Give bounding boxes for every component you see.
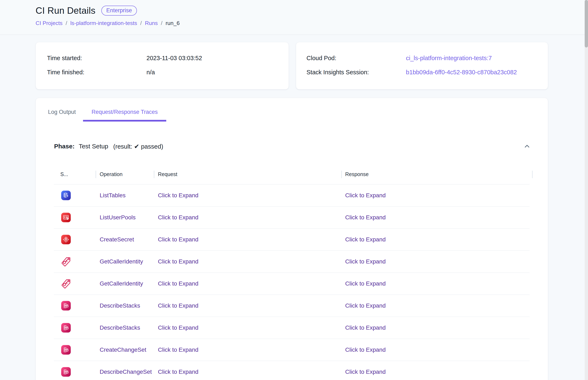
column-header-response: Response (345, 171, 369, 178)
operation-name: DescribeStacks (100, 302, 140, 309)
table-row: CreateSecret Click to Expand Click to Ex… (54, 229, 530, 251)
page-header: CI Run Details Enterprise CI Projects / … (0, 0, 588, 35)
request-expand-link[interactable]: Click to Expand (158, 369, 199, 375)
time-started-value: 2023-11-03 03:03:52 (147, 54, 202, 62)
operation-name: ListUserPools (100, 214, 136, 221)
request-expand-link[interactable]: Click to Expand (158, 258, 199, 265)
response-expand-link[interactable]: Click to Expand (345, 258, 386, 265)
sts-key-tag-icon (60, 256, 72, 267)
operation-name: DescribeStacks (100, 324, 140, 331)
enterprise-badge: Enterprise (101, 6, 137, 16)
tab-request-response-traces[interactable]: Request/Response Traces (83, 106, 166, 118)
response-expand-link[interactable]: Click to Expand (345, 192, 386, 199)
time-started-label: Time started: (47, 54, 82, 62)
request-expand-link[interactable]: Click to Expand (158, 302, 199, 309)
breadcrumb-project[interactable]: ls-platform-integration-tests (70, 20, 137, 26)
column-header-request: Request (158, 171, 177, 178)
page-title: CI Run Details (36, 5, 95, 16)
operation-name: ListTables (100, 192, 126, 199)
response-expand-link[interactable]: Click to Expand (345, 302, 386, 309)
table-row: GetCallerIdentity Click to Expand Click … (54, 273, 530, 295)
request-expand-link[interactable]: Click to Expand (158, 214, 199, 221)
table-row: DescribeChangeSet Click to Expand Click … (54, 361, 530, 380)
response-expand-link[interactable]: Click to Expand (345, 236, 386, 243)
request-expand-link[interactable]: Click to Expand (158, 192, 199, 199)
operation-name: CreateChangeSet (100, 346, 146, 353)
response-expand-link[interactable]: Click to Expand (345, 369, 386, 375)
session-card: Cloud Pod: ci_ls-platform-integration-te… (296, 42, 548, 90)
phase-label: Phase: (54, 143, 74, 150)
table-row: GetCallerIdentity Click to Expand Click … (54, 251, 530, 273)
column-divider[interactable] (341, 171, 342, 178)
breadcrumb-separator: / (161, 20, 162, 26)
cloud-pod-label: Cloud Pod: (307, 54, 336, 62)
cloudformation-icon (61, 323, 71, 333)
traces-table: ListTables Click to Expand Click to Expa… (54, 184, 530, 380)
response-expand-link[interactable]: Click to Expand (345, 346, 386, 353)
cloud-pod-link[interactable]: ci_ls-platform-integration-tests:7 (406, 54, 492, 62)
breadcrumb: CI Projects / ls-platform-integration-te… (36, 20, 180, 26)
operation-name: CreateSecret (100, 236, 134, 243)
run-times-card: Time started: 2023-11-03 03:03:52 Time f… (36, 42, 289, 90)
column-divider[interactable] (532, 171, 533, 178)
request-expand-link[interactable]: Click to Expand (158, 236, 199, 243)
column-header-service: S... (60, 171, 68, 178)
breadcrumb-separator: / (66, 20, 67, 26)
breadcrumb-separator: / (140, 20, 142, 26)
cloudformation-icon (61, 367, 71, 377)
table-row: DescribeStacks Click to Expand Click to … (54, 295, 530, 317)
operation-name: DescribeChangeSet (100, 369, 152, 375)
request-expand-link[interactable]: Click to Expand (158, 280, 199, 287)
table-row: DescribeStacks Click to Expand Click to … (54, 317, 530, 339)
column-divider[interactable] (154, 171, 154, 178)
phase-name: Test Setup (79, 143, 108, 150)
page-scrollbar-track[interactable] (585, 0, 588, 380)
phase-result: (result: ✔ passed) (113, 143, 163, 150)
chevron-up-icon (523, 142, 532, 151)
breadcrumb-runs[interactable]: Runs (145, 20, 158, 26)
phase-header: Phase: Test Setup (result: ✔ passed) (54, 140, 163, 152)
secrets-manager-icon (61, 235, 71, 244)
request-expand-link[interactable]: Click to Expand (158, 324, 199, 331)
column-header-operation: Operation (100, 171, 123, 178)
response-expand-link[interactable]: Click to Expand (345, 324, 386, 331)
response-expand-link[interactable]: Click to Expand (345, 280, 386, 287)
response-expand-link[interactable]: Click to Expand (345, 214, 386, 221)
traces-card: Log Output Request/Response Traces Phase… (36, 98, 548, 380)
cloudformation-icon (61, 345, 71, 355)
operation-name: GetCallerIdentity (100, 258, 143, 265)
page-scrollbar-thumb[interactable] (585, 0, 588, 47)
breadcrumb-current-run: run_6 (166, 20, 180, 26)
time-finished-label: Time finished: (47, 68, 84, 76)
dynamodb-icon (61, 191, 71, 200)
breadcrumb-ci-projects[interactable]: CI Projects (36, 20, 63, 26)
stack-insights-session-label: Stack Insights Session: (307, 68, 369, 76)
time-finished-value: n/a (147, 68, 155, 76)
operation-name: GetCallerIdentity (100, 280, 143, 287)
cloudformation-icon (61, 301, 71, 310)
table-row: ListTables Click to Expand Click to Expa… (54, 185, 530, 207)
active-tab-indicator (83, 120, 166, 122)
sts-key-tag-icon (60, 278, 72, 289)
cognito-icon (61, 213, 71, 222)
collapse-phase-button[interactable] (521, 140, 533, 153)
table-row: ListUserPools Click to Expand Click to E… (54, 207, 530, 229)
tab-log-output[interactable]: Log Output (41, 106, 82, 118)
stack-insights-session-link[interactable]: b1bb09da-6ff0-4c52-8930-c870ba23c082 (406, 68, 517, 76)
table-row: CreateChangeSet Click to Expand Click to… (54, 339, 530, 361)
request-expand-link[interactable]: Click to Expand (158, 346, 199, 353)
column-divider[interactable] (95, 171, 96, 178)
